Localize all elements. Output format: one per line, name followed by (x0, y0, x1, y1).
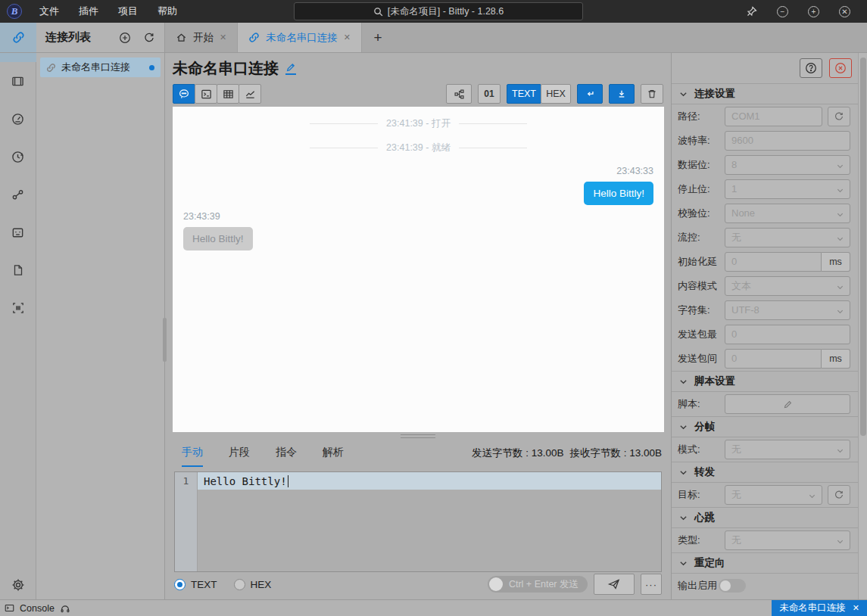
sidebar-item-settings[interactable] (11, 578, 25, 592)
packet-gap-input[interactable]: 0 (725, 349, 822, 369)
section-forwarding[interactable]: 转发 (672, 462, 858, 483)
refresh-ports-button[interactable] (828, 107, 850, 126)
refresh-connections-icon[interactable] (143, 32, 155, 44)
editor-line-text[interactable]: Hello Bittly! (204, 475, 287, 487)
baudrate-input[interactable]: 9600 (725, 131, 850, 151)
disconnect-button[interactable] (829, 58, 852, 78)
sidebar-item-terminal[interactable] (0, 213, 36, 251)
hex-mode-button[interactable]: HEX (541, 84, 571, 104)
pin-window-icon[interactable] (747, 6, 757, 17)
send-content-editor[interactable]: 1 Hello Bittly! (174, 471, 662, 572)
sent-message: 23:43:33 Hello Bittly! (584, 166, 653, 205)
flowctrl-select[interactable]: 无 (725, 228, 850, 247)
edit-script-button[interactable] (725, 394, 850, 414)
panel-resize-handle[interactable] (163, 318, 167, 362)
session-divider-open: 23:41:39 - 打开 (310, 117, 527, 130)
sent-bytes-stat: 发送字节数 : 13.00B (472, 446, 564, 460)
console-icon[interactable] (5, 603, 14, 613)
ctrl-enter-send-toggle[interactable]: Ctrl + Enter 发送 (488, 576, 588, 593)
menu-file[interactable]: 文件 (30, 0, 69, 23)
sidebar-item-session-panel[interactable] (0, 62, 36, 100)
setting-row-frame-mode: 模式: 无 (672, 437, 858, 462)
charset-select[interactable]: UTF-8 (725, 300, 850, 320)
sidebar-item-flow[interactable] (0, 176, 36, 213)
help-button[interactable] (800, 58, 822, 78)
tab-start[interactable]: 开始 ✕ (165, 23, 238, 52)
minimize-window-icon[interactable]: − (777, 6, 788, 17)
headphones-icon[interactable] (60, 603, 70, 614)
heartbeat-type-select[interactable]: 无 (725, 530, 850, 550)
send-more-button[interactable]: ··· (641, 574, 662, 595)
section-heartbeat[interactable]: 心跳 (672, 507, 858, 528)
output-enable-toggle[interactable] (719, 579, 746, 593)
console-label[interactable]: Console (20, 603, 55, 614)
sidebar-item-document[interactable] (0, 251, 36, 289)
sent-message-time: 23:43:33 (616, 166, 653, 176)
rename-connection-button[interactable] (285, 62, 296, 75)
view-terminal-button[interactable] (195, 84, 217, 104)
content-mode-select[interactable]: 文本 (725, 276, 850, 296)
structure-view-button[interactable] (446, 84, 472, 104)
section-framing[interactable]: 分帧 (672, 416, 858, 437)
sidebar-item-connections[interactable] (0, 23, 36, 52)
add-connection-icon[interactable] (119, 32, 131, 44)
text-mode-button[interactable]: TEXT (507, 84, 541, 104)
search-text: [未命名项目] - Bittly - 1.28.6 (388, 5, 504, 18)
init-delay-input[interactable]: 0 (725, 252, 822, 272)
sidebar-item-dashboard[interactable] (0, 100, 36, 138)
tab-connection[interactable]: 未命名串口连接 ✕ (238, 23, 362, 52)
search-icon (373, 7, 383, 17)
editor-content[interactable]: Hello Bittly! (198, 472, 661, 571)
radio-text-mode[interactable]: TEXT (174, 579, 217, 590)
frame-mode-select[interactable]: 无 (725, 440, 850, 459)
menu-project[interactable]: 项目 (108, 0, 148, 23)
parity-select[interactable]: None (725, 204, 850, 223)
section-redirect[interactable]: 重定向 (672, 552, 858, 574)
refresh-targets-button[interactable] (828, 485, 850, 505)
path-input[interactable]: COM1 (725, 107, 822, 126)
tab-parse[interactable]: 解析 (323, 440, 344, 467)
chevron-down-icon (836, 210, 844, 219)
clear-messages-button[interactable] (641, 84, 663, 104)
new-tab-button[interactable]: + (362, 23, 394, 52)
view-chat-button[interactable] (173, 84, 195, 104)
radio-hex-mode[interactable]: HEX (234, 579, 272, 590)
packet-max-input[interactable]: 0 (725, 325, 850, 344)
tab-connection-close-icon[interactable]: ✕ (344, 33, 351, 42)
databits-select[interactable]: 8 (725, 155, 850, 175)
forward-target-select[interactable]: 无 (725, 485, 822, 505)
setting-row-heartbeat-type: 类型: 无 (672, 528, 858, 552)
active-connection-badge[interactable]: 未命名串口连接 ✕ (772, 600, 867, 616)
send-button[interactable] (594, 574, 635, 595)
main-panel: 未命名串口连接 01 TEXT HEX (165, 53, 671, 599)
badge-close-icon[interactable]: ✕ (853, 603, 859, 613)
pencil-icon (783, 400, 793, 409)
settings-scrollbar[interactable] (858, 53, 867, 599)
menu-help[interactable]: 帮助 (148, 0, 187, 23)
scrollbar-thumb[interactable] (860, 58, 866, 436)
radio-unselected-icon (234, 579, 245, 590)
tab-command[interactable]: 指令 (276, 440, 297, 467)
sidebar-item-timer[interactable] (0, 138, 36, 176)
view-table-button[interactable] (217, 84, 239, 104)
tab-snippet[interactable]: 片段 (229, 440, 250, 467)
stopbits-select[interactable]: 1 (725, 179, 850, 199)
project-search-box[interactable]: [未命名项目] - Bittly - 1.28.6 (294, 2, 583, 20)
view-plot-button[interactable] (239, 84, 261, 104)
scroll-bottom-button[interactable] (609, 84, 635, 104)
newline-button[interactable] (577, 84, 603, 104)
sidebar-item-directive-scan[interactable] (0, 289, 36, 327)
tab-start-close-icon[interactable]: ✕ (220, 33, 226, 42)
menu-plugins[interactable]: 插件 (69, 0, 108, 23)
flow-nodes-icon (11, 188, 24, 201)
byte-view-button[interactable]: 01 (478, 84, 501, 104)
section-connection-settings[interactable]: 连接设置 (672, 83, 858, 104)
tab-manual[interactable]: 手动 (182, 440, 203, 467)
section-script-settings[interactable]: 脚本设置 (672, 371, 858, 392)
history-timer-icon (11, 151, 24, 163)
close-window-icon[interactable]: ✕ (839, 6, 850, 17)
message-area: 23:41:39 - 打开 23:41:39 - 就绪 23:43:33 Hel… (173, 107, 664, 432)
maximize-window-icon[interactable]: + (808, 6, 819, 17)
splitter-grip[interactable] (165, 432, 671, 440)
connection-list-item[interactable]: 未命名串口连接 (40, 58, 161, 77)
